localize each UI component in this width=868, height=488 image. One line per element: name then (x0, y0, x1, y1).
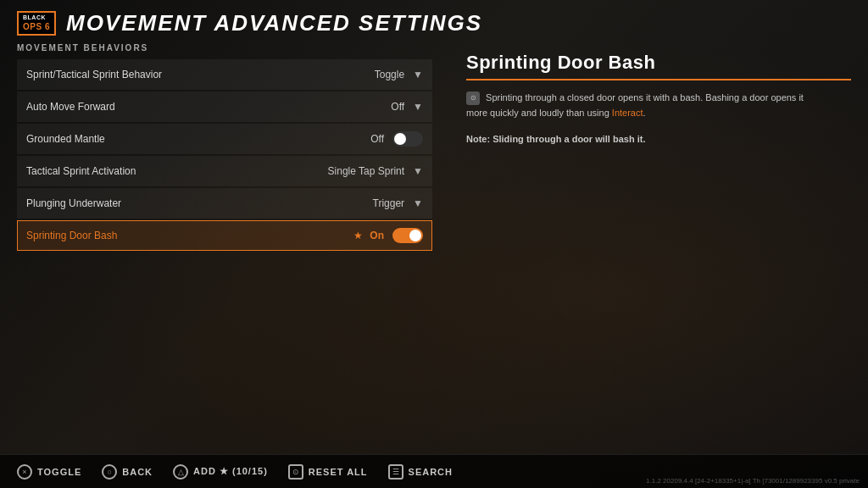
setting-row-door-bash[interactable]: Sprinting Door Bash ★ On (17, 220, 432, 251)
setting-name-sprint-behavior: Sprint/Tactical Sprint Behavior (26, 69, 375, 80)
main-layout: MOVEMENT BEHAVIORS Sprint/Tactical Sprin… (0, 43, 868, 438)
setting-value-plunging: Trigger (373, 197, 405, 209)
setting-name-auto-move: Auto Move Forward (26, 101, 391, 113)
add-icon: △ (173, 464, 188, 480)
setting-name-plunging: Plunging Underwater (26, 197, 373, 209)
back-label: BACK (122, 467, 153, 477)
add-action[interactable]: △ ADD ★ (10/15) (173, 464, 268, 480)
logo-line1: BLACK (23, 14, 50, 21)
reset-action[interactable]: ⊙ RESET ALL (288, 464, 368, 480)
setting-value-grounded-mantle: Off (370, 133, 384, 145)
reset-icon: ⊙ (288, 464, 303, 480)
note-text: Sliding through a door will bash it. (492, 134, 645, 144)
controller-icon: ⊙ (466, 92, 480, 105)
toggle-label: TOGGLE (37, 467, 81, 477)
setting-row-grounded-mantle[interactable]: Grounded Mantle Off (17, 124, 432, 154)
settings-list: Sprint/Tactical Sprint Behavior Toggle ▼… (17, 59, 432, 251)
setting-row-tactical-sprint[interactable]: Tactical Sprint Activation Single Tap Sp… (17, 156, 432, 186)
detail-interact-link: Interact (612, 108, 643, 118)
add-label: ADD ★ (10/15) (193, 466, 268, 477)
game-logo: BLACK OPS 6 (17, 11, 56, 35)
search-label: SEARCH (409, 467, 453, 477)
page-title: MOVEMENT ADVANCED SETTINGS (66, 10, 482, 36)
search-icon: ☰ (388, 464, 403, 480)
star-icon-door-bash: ★ (353, 230, 363, 241)
setting-row-sprint-behavior[interactable]: Sprint/Tactical Sprint Behavior Toggle ▼ (17, 59, 432, 90)
setting-value-door-bash: On (370, 230, 384, 241)
logo-line2: OPS 6 (23, 22, 50, 32)
note-label: Note: (466, 134, 490, 144)
detail-title: Sprinting Door Bash (466, 52, 851, 80)
setting-value-auto-move: Off (391, 101, 404, 113)
header: BLACK OPS 6 MOVEMENT ADVANCED SETTINGS (0, 0, 868, 43)
chevron-icon-auto-move: ▼ (413, 101, 423, 113)
setting-name-door-bash: Sprinting Door Bash (26, 230, 353, 241)
chevron-icon-plunging: ▼ (413, 197, 423, 209)
setting-value-sprint-behavior: Toggle (375, 69, 404, 80)
detail-note: Note: Sliding through a door will bash i… (466, 134, 851, 144)
bottom-bar: × TOGGLE ○ BACK △ ADD ★ (10/15) ⊙ RESET … (0, 454, 868, 488)
version-info: 1.1.2 20209.4.4 [24-2+18335+1|-a] Th [73… (646, 477, 860, 485)
setting-value-tactical-sprint: Single Tap Sprint (328, 165, 405, 177)
setting-name-grounded-mantle: Grounded Mantle (26, 133, 370, 145)
setting-row-auto-move[interactable]: Auto Move Forward Off ▼ (17, 92, 432, 122)
search-action[interactable]: ☰ SEARCH (388, 464, 453, 480)
reset-label: RESET ALL (309, 467, 368, 477)
section-label: MOVEMENT BEHAVIORS (17, 43, 432, 53)
chevron-icon-sprint-behavior: ▼ (413, 69, 423, 80)
right-panel: Sprinting Door Bash ⊙ Sprinting through … (466, 43, 851, 438)
detail-description: ⊙ Sprinting through a closed door opens … (466, 91, 822, 120)
toggle-grounded-mantle[interactable] (392, 131, 423, 147)
toggle-action[interactable]: × TOGGLE (17, 464, 81, 480)
setting-name-tactical-sprint: Tactical Sprint Activation (26, 165, 328, 177)
back-icon: ○ (102, 464, 117, 480)
setting-row-plunging[interactable]: Plunging Underwater Trigger ▼ (17, 188, 432, 219)
left-panel: MOVEMENT BEHAVIORS Sprint/Tactical Sprin… (17, 43, 432, 438)
toggle-icon: × (17, 464, 32, 480)
back-action[interactable]: ○ BACK (102, 464, 153, 480)
chevron-icon-tactical-sprint: ▼ (413, 165, 423, 177)
toggle-door-bash[interactable] (392, 228, 423, 243)
